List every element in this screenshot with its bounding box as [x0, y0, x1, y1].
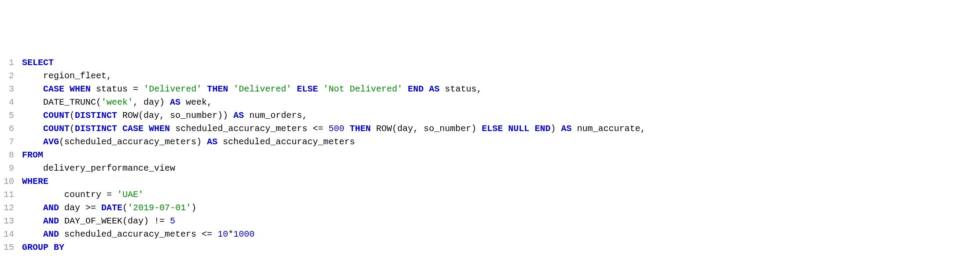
token-kw: NULL: [508, 124, 529, 134]
token-kw: AS: [429, 84, 439, 94]
token-id: country: [64, 190, 107, 200]
token-op: !=: [154, 216, 165, 226]
token-kw: AS: [207, 137, 217, 147]
token-id: DATE_TRUNC(: [43, 97, 101, 107]
code-line: 15GROUP BY: [0, 241, 980, 254]
token-kw: AND: [43, 216, 59, 226]
code-line: 3 CASE WHEN status = 'Delivered' THEN 'D…: [0, 83, 980, 96]
token-id: DAY_OF_WEEK(day): [59, 216, 154, 226]
code-line: 2 region_fleet,: [0, 69, 980, 83]
token-str: 'Not Delivered': [323, 84, 402, 94]
code-content: delivery_performance_view: [22, 162, 980, 175]
token-kw: SELECT: [22, 58, 54, 68]
token-punc: (: [70, 124, 75, 134]
token-id: ROW(day, so_number): [371, 124, 482, 134]
token-kw: AS: [233, 110, 244, 121]
line-number: 11: [0, 188, 22, 201]
code-content: COUNT(DISTINCT CASE WHEN scheduled_accur…: [22, 122, 980, 135]
token-id: scheduled_accuracy_meters: [59, 229, 202, 239]
line-number: 6: [0, 122, 22, 135]
line-number: 13: [0, 215, 22, 228]
line-number: 4: [0, 96, 22, 109]
token-op: =: [133, 84, 138, 94]
token-punc: ): [191, 203, 196, 213]
code-block: 1SELECT2 region_fleet,3 CASE WHEN status…: [0, 56, 980, 256]
code-line: 16 1, 2, 3: [0, 254, 980, 256]
code-content: AND day >= DATE('2019-07-01'): [22, 201, 980, 215]
token-kw: THEN: [350, 124, 371, 134]
token-kw: BY: [54, 242, 64, 252]
code-line: 14 AND scheduled_accuracy_meters <= 10*1…: [0, 228, 980, 241]
code-content: DATE_TRUNC('week', day) AS week,: [22, 96, 980, 109]
line-number: 7: [0, 135, 22, 149]
token-id: scheduled_accuracy_meters: [170, 124, 313, 134]
code-line: 12 AND day >= DATE('2019-07-01'): [0, 201, 980, 215]
token-id: (scheduled_accuracy_meters): [59, 137, 207, 147]
token-str: 'UAE': [117, 190, 144, 200]
token-kw: END: [408, 84, 424, 94]
code-line: 13 AND DAY_OF_WEEK(day) != 5: [0, 215, 980, 228]
line-number: 14: [0, 228, 22, 241]
token-kw: END: [534, 124, 550, 134]
code-content: AVG(scheduled_accuracy_meters) AS schedu…: [22, 135, 980, 149]
code-content: country = 'UAE': [22, 188, 980, 201]
code-line: 10WHERE: [0, 175, 980, 188]
token-fn: COUNT: [43, 124, 70, 134]
token-op: >=: [85, 203, 96, 213]
token-str: 'week': [101, 97, 133, 107]
token-num: 1000: [233, 229, 254, 239]
code-content: CASE WHEN status = 'Delivered' THEN 'Del…: [22, 83, 980, 96]
token-str: 'Delivered': [233, 84, 291, 94]
token-kw: ELSE: [482, 124, 503, 134]
token-num: 500: [328, 124, 344, 134]
code-line: 8FROM: [0, 149, 980, 162]
token-kw: AND: [43, 229, 59, 239]
token-id: status: [96, 84, 128, 94]
code-line: 5 COUNT(DISTINCT ROW(day, so_number)) AS…: [0, 109, 980, 122]
line-number: 9: [0, 162, 22, 175]
line-number: 5: [0, 109, 22, 122]
code-content: FROM: [22, 149, 980, 162]
token-kw: DISTINCT: [75, 124, 117, 134]
token-id: , day): [133, 97, 170, 107]
token-kw: AND: [43, 203, 59, 213]
token-str: '2019-07-01': [128, 203, 191, 213]
line-number: 1: [0, 56, 22, 69]
token-num: 5: [170, 216, 175, 226]
token-kw: WHEN: [149, 124, 170, 134]
token-id: scheduled_accuracy_meters: [217, 137, 355, 147]
code-content: GROUP BY: [22, 241, 980, 254]
token-num: 10: [217, 229, 228, 239]
token-op: *: [228, 229, 233, 239]
code-content: WHERE: [22, 175, 980, 188]
token-op: <=: [202, 229, 212, 239]
token-punc: (: [122, 203, 128, 213]
code-line: 1SELECT: [0, 56, 980, 69]
token-fn: AVG: [43, 137, 59, 147]
token-id: day: [59, 203, 85, 213]
code-line: 4 DATE_TRUNC('week', day) AS week,: [0, 96, 980, 109]
code-line: 11 country = 'UAE': [0, 188, 980, 201]
token-kw: DISTINCT: [75, 110, 117, 121]
token-kw: ELSE: [297, 84, 318, 94]
token-kw: AS: [561, 124, 571, 134]
line-number: 12: [0, 201, 22, 215]
token-id: region_fleet,: [43, 71, 112, 81]
token-kw: FROM: [22, 150, 43, 160]
token-id: status,: [445, 84, 482, 94]
code-content: 1, 2, 3: [22, 254, 980, 256]
token-id: ROW(day, so_number)): [117, 110, 233, 121]
line-number: 8: [0, 149, 22, 162]
token-kw: THEN: [207, 84, 228, 94]
code-line: 9 delivery_performance_view: [0, 162, 980, 175]
token-id: week,: [181, 97, 212, 107]
token-op: =: [107, 190, 112, 200]
line-number: 16: [0, 254, 22, 256]
line-number: 10: [0, 175, 22, 188]
token-punc: ): [550, 124, 561, 134]
token-punc: (: [70, 110, 75, 121]
code-content: SELECT: [22, 56, 980, 69]
line-number: 2: [0, 69, 22, 83]
token-str: 'Delivered': [144, 84, 202, 94]
token-id: num_accurate,: [571, 124, 645, 134]
